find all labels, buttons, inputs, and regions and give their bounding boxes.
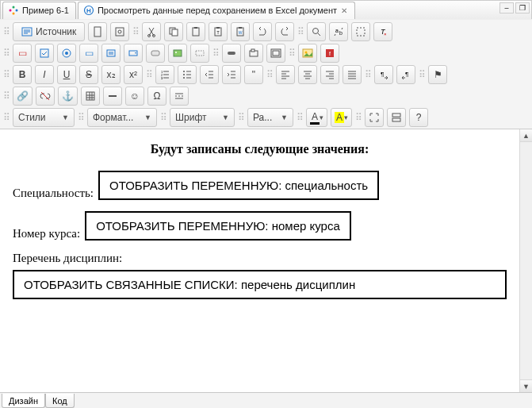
hidden-field-button[interactable]: [190, 44, 209, 63]
svg-text:T: T: [217, 30, 220, 35]
underline-button[interactable]: U: [57, 65, 76, 84]
font-dropdown[interactable]: Шрифт▼: [170, 108, 235, 127]
superscript-button[interactable]: x²: [124, 65, 143, 84]
maximize-button[interactable]: ❐: [515, 2, 530, 13]
strike-button[interactable]: S: [79, 65, 98, 84]
flash-button[interactable]: f: [320, 44, 339, 63]
link-button[interactable]: 🔗: [13, 87, 33, 106]
svg-rect-15: [194, 27, 197, 29]
box-speciality[interactable]: ОТОБРАЗИТЬ ПЕРЕМЕННУЮ: специальность: [98, 171, 379, 200]
maximize-editor-button[interactable]: [365, 108, 384, 127]
button-button[interactable]: [146, 44, 165, 63]
text-color-button[interactable]: A▾: [306, 108, 327, 127]
form-button[interactable]: ▭: [13, 44, 32, 63]
top-tabbar: Пример 6-1 H Просмотреть данные перед со…: [1, 1, 531, 20]
indent-button[interactable]: [222, 65, 241, 84]
format-dropdown[interactable]: Формат...▼: [87, 108, 157, 127]
select-all-button[interactable]: [351, 22, 370, 41]
scroll-track[interactable]: [520, 142, 532, 379]
subscript-button[interactable]: x₂: [101, 65, 121, 84]
undo-button[interactable]: [253, 22, 272, 41]
svg-rect-55: [392, 114, 400, 117]
svg-rect-14: [193, 28, 199, 36]
specialchar-button[interactable]: Ω: [147, 87, 166, 106]
remove-format-button[interactable]: T×: [373, 22, 392, 41]
scroll-up-button[interactable]: ▲: [520, 129, 532, 142]
redo-button[interactable]: [275, 22, 294, 41]
box-disciplines[interactable]: ОТОБРАЗИТЬ СВЯЗАННЫЕ СПИСКИ: перечень ди…: [13, 270, 507, 299]
bg-color-button[interactable]: A▾: [331, 108, 352, 127]
checkbox-button[interactable]: [35, 44, 54, 63]
smiley-button[interactable]: ☺: [125, 87, 144, 106]
textfield-button[interactable]: ▭: [79, 44, 98, 63]
blockquote-button[interactable]: ": [244, 65, 263, 84]
svg-rect-25: [357, 28, 365, 36]
pill-button[interactable]: [222, 44, 241, 63]
replace-button[interactable]: ab: [329, 22, 348, 41]
image-button-button[interactable]: [168, 44, 187, 63]
document-body[interactable]: Будут записаны следующие значения: Специ…: [0, 129, 519, 392]
flag-button[interactable]: ⚑: [428, 65, 447, 84]
new-page-button[interactable]: [88, 22, 107, 41]
textarea-button[interactable]: [101, 44, 121, 63]
paste-text-button[interactable]: T: [209, 22, 228, 41]
copy-button[interactable]: [164, 22, 183, 41]
help-button[interactable]: ?: [409, 108, 428, 127]
svg-rect-17: [216, 27, 220, 29]
align-right-button[interactable]: [320, 65, 339, 84]
styles-dropdown[interactable]: Стили▼: [13, 108, 75, 127]
bottom-tabbar: Дизайн Код: [0, 392, 532, 408]
align-center-button[interactable]: [298, 65, 317, 84]
tab-code[interactable]: Код: [45, 394, 75, 408]
pagebreak-button[interactable]: [170, 87, 189, 106]
source-button[interactable]: Источник: [13, 22, 85, 41]
select-button[interactable]: [124, 44, 143, 63]
svg-rect-34: [174, 50, 182, 56]
vertical-scrollbar[interactable]: ▲ ▼: [519, 129, 532, 392]
table-button[interactable]: [81, 87, 100, 106]
tab-example[interactable]: Пример 6-1: [2, 2, 76, 19]
preview-button[interactable]: [110, 22, 129, 41]
svg-point-2: [16, 10, 18, 12]
align-left-button[interactable]: [276, 65, 295, 84]
cut-button[interactable]: [142, 22, 161, 41]
paste-button[interactable]: [186, 22, 205, 41]
iframe-button[interactable]: [266, 44, 285, 63]
anchor-button[interactable]: ⚓: [58, 87, 78, 106]
close-icon[interactable]: ✕: [340, 6, 348, 14]
find-button[interactable]: [307, 22, 326, 41]
svg-rect-28: [40, 49, 48, 57]
toolbar-row-5: ⠿ Стили▼ ⠿ Формат...▼ ⠿ Шрифт▼ ⠿ Ра...▼ …: [3, 108, 529, 127]
svg-rect-36: [196, 51, 204, 56]
bullet-list-button[interactable]: [178, 65, 197, 84]
sparkle-icon: [8, 5, 19, 16]
chevron-down-icon: ▼: [281, 114, 288, 121]
image-sun-button[interactable]: [298, 44, 317, 63]
bold-button[interactable]: B: [13, 65, 32, 84]
tab-design[interactable]: Дизайн: [2, 394, 45, 408]
outdent-button[interactable]: [200, 65, 219, 84]
size-dropdown[interactable]: Ра...▼: [247, 108, 293, 127]
svg-text:a: a: [335, 28, 339, 33]
svg-point-22: [313, 29, 319, 34]
box-course[interactable]: ОТОБРАЗИТЬ ПЕРЕМЕННУЮ: номер курса: [85, 211, 351, 241]
unlink-button[interactable]: [36, 87, 55, 106]
svg-point-9: [118, 30, 121, 33]
paste-word-button[interactable]: W: [231, 22, 250, 41]
ltr-button[interactable]: ¶: [374, 65, 393, 84]
show-blocks-button[interactable]: [387, 108, 406, 127]
dropdown-label: Ра...: [253, 112, 272, 123]
fieldset-button[interactable]: [244, 44, 263, 63]
toolbar-row-2: ⠿ ▭ ▭ ⠿ ⠿ f: [3, 44, 529, 63]
toolbar-grip: ⠿: [3, 65, 10, 84]
italic-button[interactable]: I: [35, 65, 54, 84]
align-justify-button[interactable]: [343, 65, 362, 84]
rtl-button[interactable]: ¶: [396, 65, 415, 84]
scroll-down-button[interactable]: ▼: [520, 379, 532, 392]
hr-button[interactable]: [103, 87, 122, 106]
numbered-list-button[interactable]: 123: [155, 65, 174, 84]
minimize-button[interactable]: –: [499, 2, 514, 13]
radio-button[interactable]: [57, 44, 76, 63]
toolbar-grip: ⠿: [266, 65, 273, 84]
tab-preview[interactable]: H Просмотреть данные перед сохранением в…: [78, 2, 355, 19]
